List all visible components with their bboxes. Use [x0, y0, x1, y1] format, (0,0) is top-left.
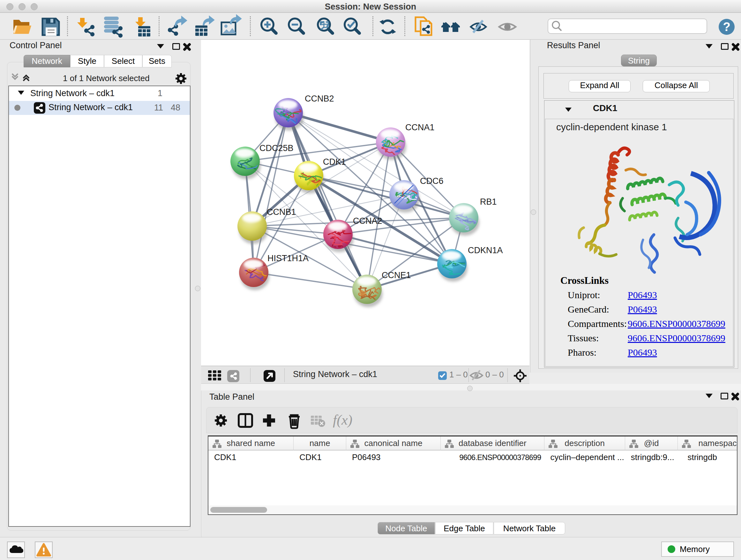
svg-text:f(x): f(x)	[333, 412, 352, 428]
svg-text:CCNE1: CCNE1	[382, 270, 411, 280]
svg-text:CCNA2: CCNA2	[353, 216, 382, 226]
svg-text:CCNB2: CCNB2	[305, 94, 334, 104]
svg-text:HIST1H1A: HIST1H1A	[267, 253, 309, 263]
svg-text:CDC6: CDC6	[420, 176, 444, 186]
svg-text:CDC25B: CDC25B	[259, 143, 293, 153]
svg-text:CDKN1A: CDKN1A	[468, 246, 503, 255]
svg-text:?: ?	[723, 20, 730, 34]
svg-text:CCNA1: CCNA1	[405, 123, 434, 132]
svg-text:CDK1: CDK1	[323, 157, 346, 167]
svg-text:RB1: RB1	[480, 197, 497, 206]
svg-text:CCNB1: CCNB1	[267, 207, 296, 217]
